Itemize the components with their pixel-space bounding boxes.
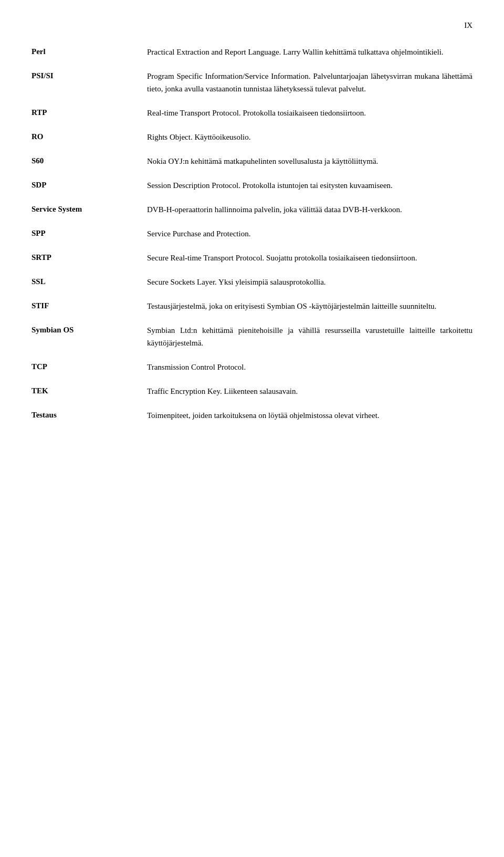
glossary-row: SDPSession Description Protocol. Protoko…	[32, 179, 472, 192]
term-label: TEK	[32, 385, 147, 397]
definition-text: Toimenpiteet, joiden tarkoituksena on lö…	[147, 409, 472, 422]
term-label: Service System	[32, 203, 147, 215]
term-label: SSL	[32, 276, 147, 288]
glossary-row: TEKTraffic Encryption Key. Liikenteen sa…	[32, 385, 472, 398]
term-label: Perl	[32, 46, 147, 58]
definition-text: DVB-H-operaattorin hallinnoima palvelin,…	[147, 203, 472, 216]
glossary-row: PerlPractical Extraction and Report Lang…	[32, 46, 472, 58]
definition-text: Rights Object. Käyttöoikeusolio.	[147, 131, 472, 143]
glossary-row: SRTPSecure Real-time Transport Protocol.…	[32, 252, 472, 264]
term-label: Symbian OS	[32, 324, 147, 336]
glossary-row: Service SystemDVB-H-operaattorin hallinn…	[32, 203, 472, 216]
definition-text: Program Specific Information/Service Inf…	[147, 70, 472, 95]
glossary-row: RTPReal-time Transport Protocol. Protoko…	[32, 107, 472, 119]
glossary-row: SPPService Purchase and Protection.	[32, 227, 472, 240]
definition-text: Service Purchase and Protection.	[147, 227, 472, 240]
definition-text: Secure Sockets Layer. Yksi yleisimpiä sa…	[147, 276, 472, 288]
definition-text: Session Description Protocol. Protokolla…	[147, 179, 472, 192]
definition-text: Real-time Transport Protocol. Protokolla…	[147, 107, 472, 119]
definition-text: Secure Real-time Transport Protocol. Suo…	[147, 252, 472, 264]
term-label: STIF	[32, 300, 147, 312]
term-label: PSI/SI	[32, 70, 147, 82]
glossary-row: TestausToimenpiteet, joiden tarkoituksen…	[32, 409, 472, 422]
term-label: SPP	[32, 227, 147, 239]
definition-text: Nokia OYJ:n kehittämä matkapuhelinten so…	[147, 155, 472, 168]
glossary-row: TCPTransmission Control Protocol.	[32, 361, 472, 373]
glossary-row: PSI/SIProgram Specific Information/Servi…	[32, 70, 472, 95]
glossary-container: PerlPractical Extraction and Report Lang…	[32, 46, 472, 422]
definition-text: Testausjärjestelmä, joka on erityisesti …	[147, 300, 472, 312]
definition-text: Traffic Encryption Key. Liikenteen salau…	[147, 385, 472, 398]
definition-text: Symbian Ltd:n kehittämä pienitehoisille …	[147, 324, 472, 349]
term-label: RO	[32, 131, 147, 143]
glossary-row: STIFTestausjärjestelmä, joka on erityise…	[32, 300, 472, 312]
glossary-row: SSLSecure Sockets Layer. Yksi yleisimpiä…	[32, 276, 472, 288]
term-label: SRTP	[32, 252, 147, 264]
page-number: IX	[32, 21, 472, 30]
term-label: Testaus	[32, 409, 147, 421]
definition-text: Transmission Control Protocol.	[147, 361, 472, 373]
term-label: S60	[32, 155, 147, 167]
term-label: SDP	[32, 179, 147, 191]
glossary-row: RORights Object. Käyttöoikeusolio.	[32, 131, 472, 143]
glossary-row: S60Nokia OYJ:n kehittämä matkapuhelinten…	[32, 155, 472, 168]
definition-text: Practical Extraction and Report Language…	[147, 46, 472, 58]
term-label: TCP	[32, 361, 147, 373]
term-label: RTP	[32, 107, 147, 119]
glossary-row: Symbian OSSymbian Ltd:n kehittämä pienit…	[32, 324, 472, 349]
